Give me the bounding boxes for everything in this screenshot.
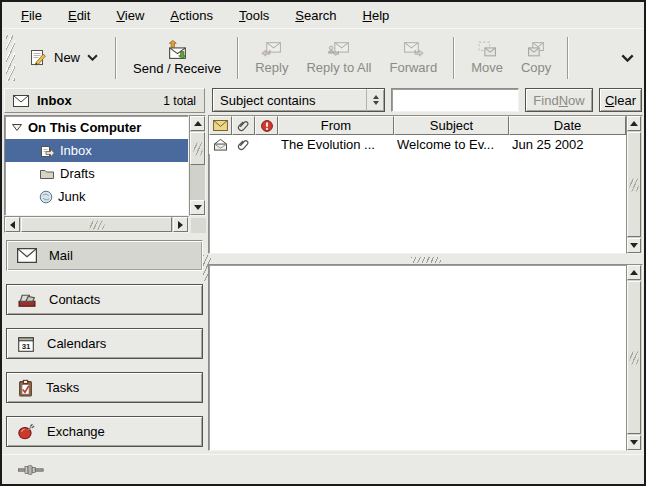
preview-pane-scrollbar[interactable] (626, 264, 643, 451)
switcher-button-calendars[interactable]: Calendars (6, 328, 203, 359)
sidebar: Inbox 1 total On This Computer Inbox Dra… (2, 84, 207, 454)
envelope-icon (13, 95, 29, 107)
move-button[interactable]: Move (462, 38, 512, 78)
scroll-up-button[interactable] (627, 116, 641, 131)
forward-icon (403, 41, 424, 58)
toolbar-drag-handle[interactable] (6, 35, 15, 81)
status-bar (2, 454, 644, 484)
expander-icon[interactable] (11, 123, 23, 132)
current-folder-title: Inbox (37, 93, 72, 108)
copy-button[interactable]: Copy (512, 38, 560, 78)
switcher-button-mail[interactable]: Mail (6, 240, 203, 271)
junk-icon (39, 190, 53, 204)
tree-root-label: On This Computer (28, 120, 141, 135)
tree-item-inbox[interactable]: Inbox (5, 139, 188, 162)
message-row[interactable]: The Evolution ... Welcome to Ev... Jun 2… (209, 135, 626, 154)
menu-search[interactable]: Search (282, 4, 349, 27)
clear-button[interactable]: Clear (599, 88, 642, 112)
preview-pane-splitter[interactable] (207, 256, 644, 264)
scrollbar-thumb[interactable] (627, 132, 641, 237)
send-receive-label: Send / Receive (133, 61, 221, 76)
toolbar: New Send / Receive Reply Reply to All Fo… (2, 30, 644, 85)
tree-item-junk[interactable]: Junk (5, 185, 188, 208)
switcher-button-tasks[interactable]: Tasks (6, 372, 203, 403)
copy-label: Copy (521, 60, 551, 75)
scroll-up-button[interactable] (627, 265, 641, 280)
move-icon (478, 41, 497, 58)
menu-file[interactable]: File (8, 4, 55, 27)
new-button-label: New (54, 50, 80, 65)
switcher-label: Mail (49, 248, 73, 263)
evolution-window: File Edit View Actions Tools Search Help… (0, 0, 646, 486)
search-bar: Subject contains Find Now Clear (207, 88, 644, 113)
scroll-right-button[interactable] (173, 217, 188, 232)
find-now-button[interactable]: Find Now (525, 88, 593, 112)
toolbar-overflow-button[interactable] (621, 54, 634, 62)
importance-column-header[interactable] (255, 116, 278, 135)
tree-item-label: Drafts (60, 166, 95, 181)
calendars-icon (17, 335, 35, 353)
scroll-up-button[interactable] (190, 116, 205, 131)
tree-item-label: Junk (58, 189, 85, 204)
menu-actions[interactable]: Actions (157, 4, 226, 27)
scroll-down-button[interactable] (627, 435, 641, 450)
scrollbar-corner (191, 218, 206, 233)
scroll-left-button[interactable] (5, 217, 20, 232)
message-date: Jun 25 2002 (509, 135, 626, 154)
reply-icon (261, 41, 282, 58)
forward-label: Forward (389, 60, 437, 75)
reply-to-all-icon (327, 41, 350, 58)
attachment-column-header[interactable] (232, 116, 255, 135)
preview-pane (208, 264, 643, 451)
switcher-label: Calendars (47, 336, 106, 351)
menu-tools[interactable]: Tools (226, 4, 282, 27)
tree-item-drafts[interactable]: Drafts (5, 162, 188, 185)
from-column-header[interactable]: From (278, 116, 394, 135)
folder-message-count: 1 total (163, 94, 196, 108)
search-criteria-dropdown[interactable]: Subject contains (212, 88, 385, 112)
component-switcher: Mail Contacts Calendars Tasks Exchange (6, 240, 203, 447)
switcher-label: Contacts (49, 292, 100, 307)
reply-button[interactable]: Reply (246, 38, 297, 78)
toolbar-separator (453, 37, 455, 79)
menu-view[interactable]: View (103, 4, 157, 27)
search-criteria-value: Subject contains (220, 93, 315, 108)
read-message-icon (213, 138, 228, 151)
forward-button[interactable]: Forward (380, 38, 446, 78)
dropdown-caret-icon (87, 54, 98, 61)
tree-horizontal-scrollbar[interactable] (4, 216, 189, 233)
date-column-header[interactable]: Date (509, 116, 626, 135)
attachment-icon (237, 119, 250, 132)
menubar: File Edit View Actions Tools Search Help (2, 2, 644, 29)
scrollbar-thumb[interactable] (190, 132, 205, 165)
attachment-cell (232, 135, 255, 154)
toolbar-separator (237, 37, 239, 79)
inbox-folder-icon (39, 143, 55, 159)
scrollbar-thumb[interactable] (627, 281, 641, 434)
message-status-cell (209, 135, 232, 154)
search-input[interactable] (391, 88, 519, 112)
subject-column-header[interactable]: Subject (394, 116, 509, 135)
menu-edit[interactable]: Edit (55, 4, 103, 27)
send-receive-button[interactable]: Send / Receive (124, 37, 230, 79)
dropdown-arrows-icon (366, 89, 384, 111)
scroll-down-button[interactable] (190, 200, 205, 215)
message-list-scrollbar[interactable] (626, 115, 643, 254)
important-icon (261, 120, 273, 132)
folder-tree: On This Computer Inbox Drafts Junk (4, 115, 206, 233)
new-button[interactable]: New (19, 43, 108, 73)
reply-to-all-button[interactable]: Reply to All (297, 38, 380, 78)
switcher-button-exchange[interactable]: Exchange (6, 416, 203, 447)
menu-help[interactable]: Help (350, 4, 403, 27)
message-status-column-header[interactable] (209, 116, 232, 135)
tree-item-on-this-computer[interactable]: On This Computer (5, 116, 188, 139)
offline-plug-icon[interactable] (18, 464, 44, 476)
attachment-icon (237, 138, 250, 151)
tasks-icon (17, 379, 34, 397)
switcher-button-contacts[interactable]: Contacts (6, 284, 203, 315)
scrollbar-thumb[interactable] (21, 217, 172, 232)
tree-vertical-scrollbar[interactable] (189, 115, 206, 216)
scroll-down-button[interactable] (627, 238, 641, 253)
preview-pane-view (208, 264, 627, 451)
copy-icon (527, 41, 546, 58)
